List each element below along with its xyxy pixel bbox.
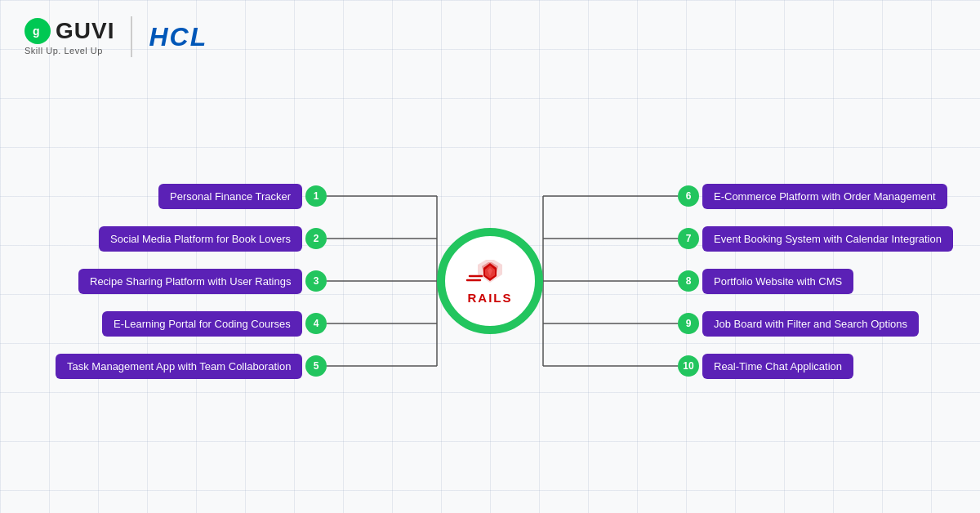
pill-personal-finance: Personal Finance Tracker xyxy=(158,184,302,209)
badge-9: 9 xyxy=(678,313,699,334)
pill-job-board: Job Board with Filter and Search Options xyxy=(702,311,919,337)
badge-1: 1 xyxy=(305,185,327,207)
pill-chat: Real-Time Chat Application xyxy=(702,354,853,379)
rails-logo-svg xyxy=(466,258,514,291)
badge-5: 5 xyxy=(305,355,327,377)
badge-2: 2 xyxy=(305,228,327,249)
pill-social-media: Social Media Platform for Book Lovers xyxy=(99,226,302,252)
pill-task-mgmt: Task Management App with Team Collaborat… xyxy=(56,354,302,379)
badge-3: 3 xyxy=(305,270,327,292)
badge-6: 6 xyxy=(678,185,699,207)
pill-portfolio: Portfolio Website with CMS xyxy=(702,269,853,294)
svg-text:g: g xyxy=(33,25,40,38)
badge-10: 10 xyxy=(678,355,699,377)
guvi-tagline: Skill Up. Level Up xyxy=(24,46,103,56)
pill-event-booking: Event Booking System with Calendar Integ… xyxy=(702,226,953,252)
guvi-icon: g xyxy=(24,18,51,44)
badge-4: 4 xyxy=(305,313,327,334)
header-divider xyxy=(131,16,132,57)
guvi-logo: g GUVI Skill Up. Level Up xyxy=(24,18,114,56)
pill-recipe: Recipe Sharing Platform with User Rating… xyxy=(78,269,302,294)
header: g GUVI Skill Up. Level Up HCL xyxy=(24,16,207,57)
diagram: RAILS Personal Finance Tracker Social Me… xyxy=(41,98,939,464)
guvi-brand-name: GUVI xyxy=(56,18,114,44)
pill-ecommerce: E-Commerce Platform with Order Managemen… xyxy=(702,184,947,209)
rails-label: RAILS xyxy=(468,291,513,305)
hcl-brand-name: HCL xyxy=(149,22,207,52)
rails-center: RAILS xyxy=(437,228,543,334)
badge-8: 8 xyxy=(678,270,699,292)
badge-7: 7 xyxy=(678,228,699,249)
pill-elearning: E-Learning Portal for Coding Courses xyxy=(102,311,302,337)
